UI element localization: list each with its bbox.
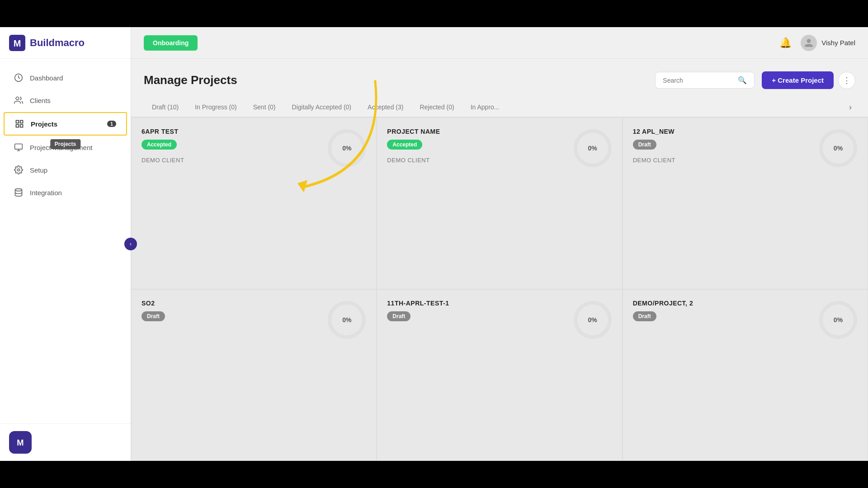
donut-chart: 0% [818,128,859,169]
manage-projects-section: Manage Projects 🔍 + Create Project ⋮ [131,59,868,98]
project-card[interactable]: 11TH-APRL-TEST-1 Draft 0% [377,289,622,461]
project-client: DEMO CLIENT [387,157,565,164]
donut-label: 0% [342,145,351,152]
sidebar-label-integration: Integration [30,189,62,197]
sidebar-item-projects[interactable]: Projects 1 Projects [4,112,127,136]
sidebar-nav: Dashboard Clients [0,59,131,423]
donut-label: 0% [834,316,843,324]
project-card[interactable]: 12 APL_NEW Draft DEMO CLIENT 0% [623,117,868,289]
app-name: Buildmacro [30,37,85,49]
manage-projects-header: Manage Projects 🔍 + Create Project ⋮ [144,71,855,89]
project-status-badge: Draft [633,311,656,321]
sidebar-label-projects: Projects [31,120,57,128]
sidebar: M Buildmacro Dashboard [0,27,131,461]
donut-label: 0% [342,316,351,324]
sidebar-item-integration[interactable]: Integration [4,182,127,203]
sidebar-label-setup: Setup [30,166,47,174]
project-card[interactable]: DEMO/PROJECT, 2 Draft 0% [623,289,868,461]
project-info: SO2 Draft [142,300,319,328]
main-content: Onboarding 🔔 Vishy Patel Manage Projects [131,27,868,461]
donut-chart: 0% [326,128,367,169]
project-card-inner: 6APR TEST Accepted DEMO CLIENT 0% [142,128,367,169]
donut-label: 0% [834,145,843,152]
project-card[interactable]: 6APR TEST Accepted DEMO CLIENT 0% [131,117,377,289]
bottom-logo-icon: M [14,436,27,449]
tab-draft[interactable]: Draft (10) [144,98,187,117]
more-options-button[interactable]: ⋮ [838,72,855,89]
donut-chart: 0% [572,128,613,169]
project-status-badge: Accepted [142,140,177,150]
project-card-inner: 11TH-APRL-TEST-1 Draft 0% [387,300,613,340]
projects-badge: 1 [107,121,116,127]
svg-rect-5 [20,121,23,123]
project-client: DEMO CLIENT [142,157,319,164]
project-card[interactable]: PROJECT NAME Accepted DEMO CLIENT 0% [377,117,622,289]
tab-rejected[interactable]: Rejected (0) [411,98,462,117]
sidebar-item-setup[interactable]: Setup [4,159,127,181]
project-info: DEMO/PROJECT, 2 Draft [633,300,811,328]
sidebar-bottom: M [0,423,131,461]
header-right: 🔔 Vishy Patel [779,35,855,51]
project-info: 6APR TEST Accepted DEMO CLIENT [142,128,319,164]
project-status-badge: Accepted [387,140,422,150]
sidebar-item-clients[interactable]: Clients [4,89,127,111]
project-name: 6APR TEST [142,128,319,135]
project-card-inner: DEMO/PROJECT, 2 Draft 0% [633,300,859,340]
tab-accepted[interactable]: Accepted (3) [359,98,411,117]
projects-icon [14,119,24,129]
project-info: 11TH-APRL-TEST-1 Draft [387,300,565,328]
project-name: PROJECT NAME [387,128,565,135]
dashboard-icon [14,73,24,83]
svg-point-10 [15,189,22,191]
sidebar-bottom-logo: M [9,431,32,454]
projects-grid: 6APR TEST Accepted DEMO CLIENT 0% PROJEC… [131,117,868,461]
tab-in-approval[interactable]: In Appro... [462,98,508,117]
avatar [801,35,817,51]
project-name: 11TH-APRL-TEST-1 [387,300,565,307]
tabs-bar: Draft (10) In Progress (0) Sent (0) Digi… [131,98,868,117]
svg-text:M: M [14,38,21,48]
content-header: Onboarding 🔔 Vishy Patel [131,27,868,59]
donut-chart: 0% [326,300,367,340]
setup-icon [14,165,24,175]
user-info[interactable]: Vishy Patel [801,35,855,51]
sidebar-logo: M Buildmacro [0,27,131,59]
clients-icon [14,95,24,105]
user-name: Vishy Patel [821,39,855,47]
donut-chart: 0% [572,300,613,340]
svg-rect-8 [15,144,23,150]
sidebar-item-dashboard[interactable]: Dashboard [4,67,127,89]
tab-sent[interactable]: Sent (0) [245,98,284,117]
svg-rect-7 [16,125,19,127]
project-status-badge: Draft [142,311,165,321]
notification-bell-icon[interactable]: 🔔 [779,37,792,49]
projects-tooltip: Projects [50,139,80,149]
sidebar-label-dashboard: Dashboard [30,74,63,82]
sidebar-label-clients: Clients [30,97,51,104]
sidebar-collapse-button[interactable]: ‹ [124,238,137,250]
svg-text:M: M [17,438,24,447]
project-status-badge: Draft [387,311,410,321]
create-project-button[interactable]: + Create Project [762,71,834,89]
project-client: DEMO CLIENT [633,157,811,164]
project-name: DEMO/PROJECT, 2 [633,300,811,307]
project-card-inner: 12 APL_NEW Draft DEMO CLIENT 0% [633,128,859,169]
svg-point-9 [18,169,20,171]
tab-digitally-accepted[interactable]: Digitally Accepted (0) [284,98,360,117]
project-name: 12 APL_NEW [633,128,811,135]
project-info: PROJECT NAME Accepted DEMO CLIENT [387,128,565,164]
svg-point-3 [16,97,19,100]
project-name: SO2 [142,300,319,307]
integration-icon [14,188,24,197]
donut-chart: 0% [818,300,859,340]
page-title: Manage Projects [144,73,655,87]
tabs-scroll-right[interactable]: › [845,99,855,116]
buildmacro-logo-icon: M [9,35,25,51]
search-bar[interactable]: 🔍 [655,72,755,89]
svg-rect-4 [16,121,19,123]
project-info: 12 APL_NEW Draft DEMO CLIENT [633,128,811,164]
project-card[interactable]: SO2 Draft 0% [131,289,377,461]
search-input[interactable] [663,77,733,84]
tab-in-progress[interactable]: In Progress (0) [187,98,245,117]
onboarding-button[interactable]: Onboarding [144,35,198,51]
